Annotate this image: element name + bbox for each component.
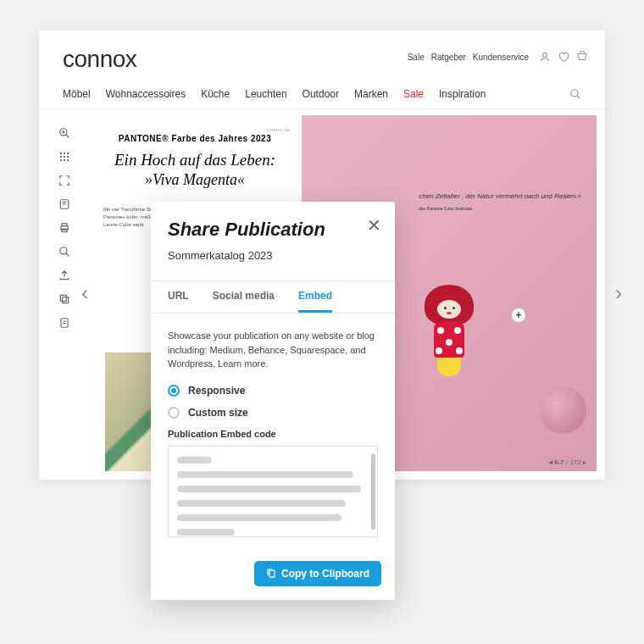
svg-point-1	[571, 90, 578, 97]
next-page-button[interactable]: ›	[615, 281, 622, 305]
nav-moebel[interactable]: Möbel	[63, 88, 91, 100]
top-right-links: Sale Ratgeber Kundenservice	[408, 53, 529, 62]
svg-point-9	[67, 153, 69, 154]
add-product-badge[interactable]: +	[512, 308, 525, 322]
search-icon[interactable]	[569, 88, 581, 100]
modal-tabs: URL Social media Embed	[151, 280, 395, 314]
figurine-image	[425, 285, 474, 376]
page-script-line1: Ein Hoch auf das Leben:	[103, 150, 286, 171]
svg-rect-20	[62, 224, 67, 226]
svg-rect-25	[60, 295, 66, 301]
modal-subtitle: Sommerkatalog 2023	[168, 249, 378, 262]
radio-responsive[interactable]: Responsive	[168, 385, 378, 397]
svg-point-0	[543, 53, 547, 57]
sphere-decoration	[539, 386, 586, 434]
nav-kueche[interactable]: Küche	[201, 88, 230, 100]
radio-icon	[168, 385, 180, 397]
page-counter[interactable]: ◂ 6-7 / 172 ▸	[549, 458, 586, 466]
tab-embed[interactable]: Embed	[298, 290, 332, 313]
nav-outdoor[interactable]: Outdoor	[303, 88, 339, 100]
nav-wohnaccessoires[interactable]: Wohnaccessoires	[106, 88, 186, 100]
svg-point-22	[60, 247, 67, 254]
modal-description: Showcase your publication on any website…	[168, 329, 378, 371]
page-brand: connox.de	[266, 127, 290, 132]
close-icon[interactable]: ✕	[367, 215, 381, 236]
svg-point-14	[64, 159, 65, 161]
fullscreen-icon[interactable]	[58, 175, 70, 186]
clipboard-icon	[266, 569, 276, 579]
doc-icon[interactable]	[58, 317, 70, 329]
tab-url[interactable]: URL	[168, 290, 189, 313]
svg-rect-29	[269, 570, 275, 577]
copy-to-clipboard-button[interactable]: Copy to Clipboard	[254, 561, 381, 586]
print-icon[interactable]	[58, 222, 70, 234]
prev-page-button[interactable]: ‹	[81, 281, 88, 305]
search-tool-icon[interactable]	[58, 246, 70, 258]
zoom-in-icon[interactable]	[58, 127, 70, 139]
note-icon[interactable]	[58, 198, 70, 210]
embed-code-box[interactable]	[168, 446, 378, 537]
svg-point-10	[60, 156, 62, 158]
tab-social-media[interactable]: Social media	[213, 290, 275, 313]
svg-line-4	[66, 135, 69, 138]
svg-point-11	[64, 156, 65, 158]
radio-custom-size[interactable]: Custom size	[168, 407, 378, 419]
top-link-sale[interactable]: Sale	[408, 53, 425, 62]
user-icon[interactable]	[539, 51, 551, 63]
share-modal: Share Publication Sommerkatalog 2023 ✕ U…	[151, 202, 395, 600]
nav-marken[interactable]: Marken	[354, 88, 388, 100]
svg-line-23	[66, 253, 69, 257]
page-script-line2: »Viva Magenta«	[103, 171, 286, 189]
nav-inspiration[interactable]: Inspiration	[439, 88, 486, 100]
embed-label: Publication Embed code	[168, 429, 378, 439]
nav-sale[interactable]: Sale	[403, 88, 424, 100]
svg-rect-24	[63, 297, 69, 303]
top-link-ratgeber[interactable]: Ratgeber	[431, 53, 466, 62]
svg-point-12	[67, 156, 69, 158]
scrollbar[interactable]	[371, 453, 375, 530]
viewer-sidebar	[47, 115, 81, 471]
top-right: Sale Ratgeber Kundenservice	[408, 51, 588, 63]
svg-line-2	[577, 96, 580, 99]
svg-point-7	[60, 153, 62, 154]
page-title: PANTONE® Farbe des Jahres 2023	[103, 134, 286, 143]
radio-icon	[168, 407, 180, 419]
svg-point-8	[64, 153, 65, 154]
nav-leuchten[interactable]: Leuchten	[245, 88, 286, 100]
svg-point-15	[67, 159, 69, 161]
copy-icon[interactable]	[58, 293, 70, 305]
main-nav: Möbel Wohnaccessoires Küche Leuchten Out…	[39, 80, 605, 109]
svg-point-13	[60, 159, 62, 161]
grid-icon[interactable]	[58, 151, 70, 163]
cart-icon[interactable]	[576, 51, 588, 63]
page-right-text: chen Zeitalter , der Natur vermehrt nach…	[419, 192, 581, 212]
heart-icon[interactable]	[558, 51, 569, 63]
share-icon[interactable]	[58, 269, 70, 281]
modal-title: Share Publication	[168, 219, 378, 241]
top-link-kundenservice[interactable]: Kundenservice	[473, 53, 529, 62]
